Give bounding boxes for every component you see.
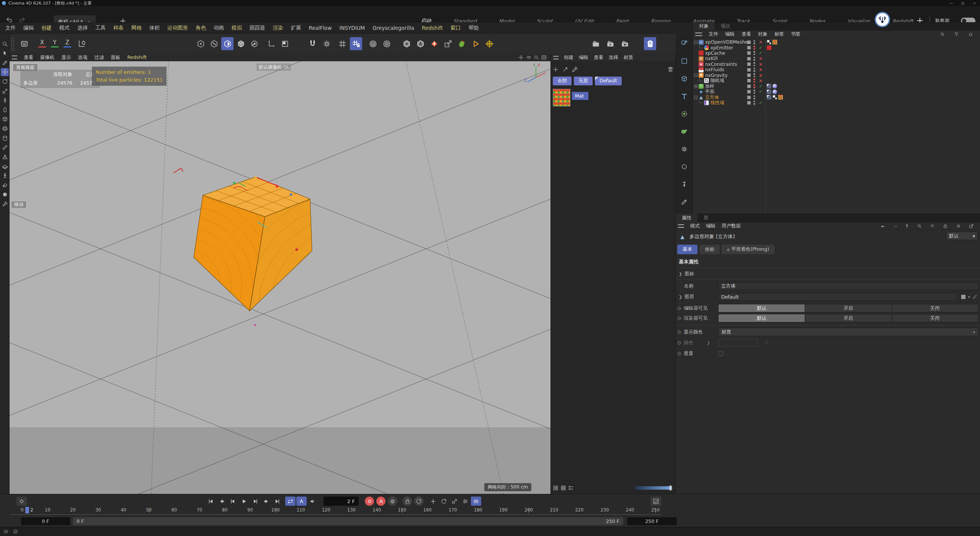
display-tag-icon[interactable] [773,95,777,100]
floor-object-icon[interactable] [1,162,9,170]
display-tag-icon[interactable] [767,40,771,44]
texture-mode-icon[interactable] [248,37,260,50]
current-frame-field[interactable]: 2 F [323,497,359,506]
display-color-dropdown[interactable]: 材质▾ [718,328,978,336]
status-menu-icon[interactable] [3,529,9,534]
viewport-menu-icon[interactable] [12,56,17,59]
material-menu-icon[interactable] [553,56,559,59]
visibility-dots[interactable] [753,62,755,66]
render-view-button-icon[interactable] [590,37,602,50]
editor-visibility-默认[interactable]: 默认 [719,304,805,312]
simulation-actor-icon[interactable] [414,37,426,50]
disabled-cross-icon[interactable]: × [758,73,764,78]
gear-icon[interactable] [680,145,689,154]
layer-square[interactable] [747,62,751,66]
phong-tag-icon[interactable] [767,90,771,94]
attribute-menu-icon[interactable] [678,224,684,228]
material-filter-default[interactable]: Default [595,77,622,85]
workplane-icon[interactable] [279,37,291,50]
edges-mode-icon[interactable] [208,37,220,50]
sphere-primitive-icon[interactable] [1,124,9,132]
expander-icon[interactable]: + [694,85,697,88]
layer-field[interactable]: Default [718,293,958,301]
object-row-xpemitter[interactable]: xpEmitter✓ [693,45,980,50]
object-row-xpcache[interactable]: xpCache✓ [693,51,980,56]
visibility-dots[interactable] [753,57,755,61]
insydium-icon[interactable] [428,37,440,50]
minimize-button[interactable] [946,0,957,6]
quantize-lock-icon[interactable] [350,37,362,50]
lock-icon[interactable] [940,224,951,229]
object-row-nxconstraints[interactable]: ▲nxConstraints× [693,62,980,67]
material-name[interactable]: Mat [572,92,588,100]
greyscalegorilla-icon[interactable] [456,37,468,50]
material-ball-icon[interactable] [1,191,9,199]
object-menu-书签[interactable]: 书签 [787,31,804,38]
set-keyframe-button[interactable] [16,497,27,506]
material-menu-编辑[interactable]: 编辑 [576,54,591,61]
attribute-menu-模式[interactable]: 模式 [687,223,703,229]
material-menu-创建[interactable]: 创建 [561,54,576,61]
enabled-check-icon[interactable]: ✓ [758,100,764,105]
sound-button[interactable] [307,497,318,506]
object-name[interactable]: xpEmitter [710,45,733,51]
view-small-icons-icon[interactable] [560,485,566,491]
deer-logo-icon[interactable] [874,11,890,28]
enabled-check-icon[interactable]: ✓ [758,84,764,89]
phong-tag-icon[interactable] [767,95,771,100]
render-queue-icon[interactable] [18,37,30,50]
section-tab-基本[interactable]: 基本 [677,245,697,254]
object-menu-查看[interactable]: 查看 [738,31,755,38]
object-row-线性域[interactable]: 线性域✓ [693,100,980,105]
goto-end-button[interactable] [272,497,283,506]
keyable-diamond-icon[interactable] [678,330,681,334]
object-row-随机域[interactable]: 随机域× [693,78,980,83]
menu-insydium[interactable]: INSYDIUM [335,25,369,31]
enabled-check-icon[interactable]: ✓ [758,51,764,56]
expander-icon[interactable]: − [694,74,697,77]
move-tool-icon[interactable] [1,68,9,76]
render-in-view-icon[interactable] [367,37,379,50]
ring-icon[interactable] [680,162,689,171]
timeline-window-button[interactable] [651,497,661,506]
editor-visibility-开启[interactable]: 开启 [805,304,892,312]
disabled-cross-icon[interactable]: × [758,56,764,61]
object-name[interactable]: nxKill [705,56,718,61]
bookmark-home-icon[interactable] [965,32,977,37]
object-name[interactable]: xpOpenVDBMesher [705,39,750,45]
find-icon[interactable] [914,224,925,229]
menu-模拟[interactable]: 模拟 [228,25,246,31]
visibility-dots[interactable] [753,95,755,100]
disabled-cross-icon[interactable]: × [758,78,764,83]
rsmat-tag-icon[interactable] [773,84,777,88]
material-menu-选择[interactable]: 选择 [606,54,621,61]
keyable-diamond-icon[interactable] [678,351,681,355]
object-row-nxkill[interactable]: ØnxKill× [693,56,980,61]
visibility-dots[interactable] [753,78,755,83]
menu-创建[interactable]: 创建 [38,25,56,31]
thumbnail-size-slider[interactable] [635,486,672,490]
lock-keys-button[interactable] [403,497,412,506]
editor-visibility-关闭[interactable]: 关闭 [892,304,978,312]
layer-square[interactable] [747,46,751,49]
viewport-menu-显示[interactable]: 显示 [58,54,75,61]
object-name[interactable]: nxGravity [705,73,728,78]
select-tool-icon[interactable] [1,49,9,57]
camera-label[interactable]: 默认摄像机 [256,64,291,71]
object-menu-文件[interactable]: 文件 [705,31,722,38]
cube-primitive-icon[interactable] [1,115,9,123]
keyframe-selection-button[interactable] [414,497,423,506]
add-material-icon[interactable] [552,66,559,73]
autokey-button[interactable] [376,497,385,506]
enabled-check-icon[interactable]: ✓ [758,89,764,94]
key-parameters-button[interactable] [460,497,470,506]
model-mode-icon[interactable] [235,37,247,50]
layer-square[interactable] [747,85,751,88]
polygons-mode-icon[interactable] [221,37,234,50]
attribute-menu-编辑[interactable]: 编辑 [703,223,719,229]
menu-帮助[interactable]: 帮助 [465,25,483,31]
capsule-primitive-icon[interactable] [1,106,9,114]
range-end-field[interactable]: 250 F [627,517,677,525]
chevron-right-icon[interactable]: ❯ [679,271,682,276]
layer-square[interactable] [747,57,751,60]
